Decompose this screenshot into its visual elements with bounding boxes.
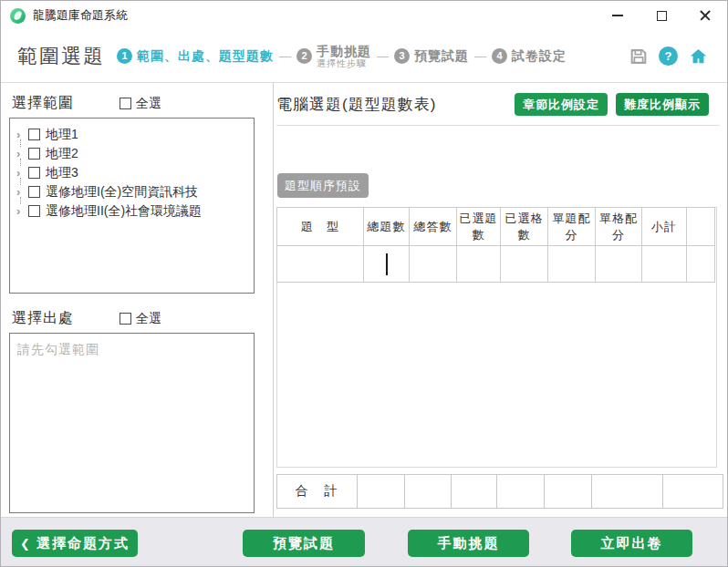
tree-item-checkbox[interactable] [28,167,40,179]
step-3-label: 預覽試題 [414,48,469,65]
source-section-title: 選擇出處 [12,309,74,328]
source-placeholder: 請先勾選範圍 [17,342,99,356]
tree-item-label: 選修地理I(全)空間資訊科技 [46,184,198,201]
back-to-method-button[interactable]: ❮ 選擇命題方式 [12,530,138,557]
page-title: 範圍選題 [17,43,105,70]
close-button[interactable] [683,1,727,30]
home-icon[interactable] [688,46,709,67]
bottom-action-bar: ❮ 選擇命題方式 預覽試題 手動挑題 立即出卷 [1,517,727,566]
col-points-per-cell: 單格配分 [596,208,642,246]
cell-extra[interactable] [687,246,715,283]
step-2-manual-pick[interactable]: 2 手動挑題 選擇性步驟 [296,44,371,69]
tree-item-checkbox[interactable] [28,186,40,198]
range-select-all-checkbox[interactable] [120,98,131,109]
manual-pick-button[interactable]: 手動挑題 [408,530,529,557]
range-select-all[interactable]: 全選 [120,96,161,112]
cell-points-per-cell[interactable] [596,246,642,283]
step-3-preview[interactable]: 3 預覽試題 [394,48,469,65]
table-header-row: 題 型 總題數 總答數 已選題數 已選格數 單題配分 單格配分 小計 [277,208,715,246]
total-cell [592,475,663,509]
cell-total-questions[interactable] [364,246,410,283]
back-button-label: 選擇命題方式 [36,535,130,552]
range-section-title: 選擇範圍 [12,94,74,113]
total-label: 合 計 [277,475,358,509]
cell-subtotal[interactable] [642,246,687,283]
question-type-table-area: 題 型 總題數 總答數 已選題數 已選格數 單題配分 單格配分 小計 [276,207,717,468]
page-header: 範圍選題 1 範圍、出處、題型題數 — 2 手動挑題 選擇性步驟 — 3 預覽試… [1,30,727,83]
col-question-type: 題 型 [277,208,364,246]
tree-item-label: 地理2 [46,146,78,162]
source-list[interactable]: 請先勾選範圍 [9,333,255,513]
step-2-sublabel: 選擇性步驟 [317,58,371,69]
col-extra [687,208,715,246]
tree-item-checkbox[interactable] [28,205,40,217]
generate-paper-button[interactable]: 立即出卷 [571,530,692,557]
tree-item-geo3[interactable]: › 地理3 [15,163,250,182]
expand-icon[interactable]: › [16,205,28,217]
divider [276,125,720,126]
step-1-range[interactable]: 1 範圍、出處、題型題數 [117,48,274,65]
window-title: 龍騰題庫命題系統 [33,7,128,24]
table-row [277,246,715,283]
total-cell [358,475,405,509]
difficulty-ratio-button[interactable]: 難度比例顯示 [616,93,709,116]
maximize-icon [657,11,667,21]
source-section-header: 選擇出處 全選 [12,309,255,328]
text-cursor [386,253,388,275]
expand-icon[interactable]: › [16,186,28,198]
total-cell [497,475,545,509]
step-3-number: 3 [394,48,410,64]
source-select-all-checkbox[interactable] [120,313,131,325]
app-logo-icon [10,8,26,24]
window-controls [596,1,727,30]
expand-icon[interactable]: › [16,167,28,179]
cell-points-per-question[interactable] [548,246,596,283]
save-icon[interactable] [629,46,649,67]
help-icon[interactable]: ? [659,46,678,66]
col-selected-cells: 已選格數 [501,208,548,246]
total-row-table: 合 計 [276,474,723,509]
tree-item-checkbox[interactable] [28,148,40,160]
chapter-ratio-button[interactable]: 章節比例設定 [515,93,608,116]
step-2-number: 2 [296,48,312,64]
left-panel: 選擇範圍 全選 › 地理1 › 地理2 › [1,83,273,517]
step-2-label: 手動挑題 [317,44,371,58]
cell-total-answers[interactable] [410,246,457,283]
wizard-stepper: 1 範圍、出處、題型題數 — 2 手動挑題 選擇性步驟 — 3 預覽試題 — 4… [117,44,567,69]
expand-icon[interactable]: › [16,129,28,140]
source-select-all-label: 全選 [136,311,161,327]
close-icon [699,9,712,22]
step-separator: — [279,49,291,63]
tree-item-label: 地理1 [46,127,78,143]
chevron-left-icon: ❮ [20,537,30,551]
tree-item-label: 選修地理II(全)社會環境議題 [46,203,202,220]
tree-item-checkbox[interactable] [28,129,40,140]
minimize-button[interactable] [596,1,640,30]
cell-selected-questions[interactable] [457,246,501,283]
cell-selected-cells[interactable] [501,246,548,283]
preview-questions-button[interactable]: 預覽試題 [243,530,365,557]
content-area: 選擇範圍 全選 › 地理1 › 地理2 › [1,83,727,517]
col-subtotal: 小計 [642,208,687,246]
tree-item-geo2[interactable]: › 地理2 [15,144,250,163]
total-cell [405,475,452,509]
tree-item-geo1[interactable]: › 地理1 [15,125,250,144]
cell-question-type[interactable] [277,246,364,283]
main-panel-title: 電腦選題(題型題數表) [276,94,436,115]
tree-item-elective1[interactable]: › 選修地理I(全)空間資訊科技 [15,182,250,201]
step-4-paper-settings[interactable]: 4 試卷設定 [492,48,567,65]
col-total-answers: 總答數 [410,208,457,246]
main-panel-header: 電腦選題(題型題數表) 章節比例設定 難度比例顯示 [276,93,720,116]
tree-item-elective2[interactable]: › 選修地理II(全)社會環境議題 [15,201,250,221]
main-panel: 電腦選題(題型題數表) 章節比例設定 難度比例顯示 題型順序預設 題 型 [273,83,727,517]
col-total-questions: 總題數 [364,208,410,246]
col-points-per-question: 單題配分 [548,208,596,246]
maximize-button[interactable] [640,1,683,30]
expand-icon[interactable]: › [16,148,28,160]
total-cell [663,475,723,509]
minimize-icon [612,15,623,16]
type-order-preset-button[interactable]: 題型順序預設 [277,173,369,198]
header-icons: ? [629,46,709,67]
range-section-header: 選擇範圍 全選 [12,94,255,113]
source-select-all[interactable]: 全選 [120,311,161,327]
